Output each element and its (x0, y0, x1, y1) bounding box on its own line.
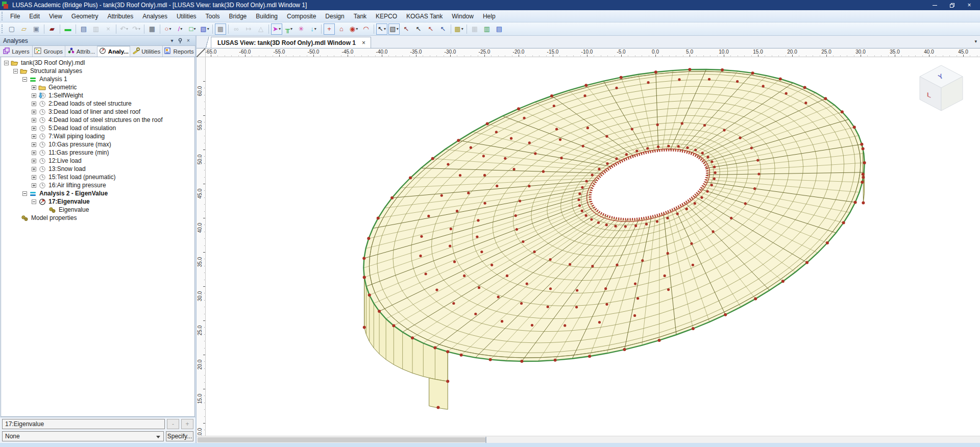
panel-pin-button[interactable] (176, 37, 184, 45)
volume-geometry-button[interactable]: ▧▾ (199, 23, 210, 35)
tree-item-5-dead-load-of-insulation[interactable]: 5:Dead load of insulation (1, 124, 194, 132)
supports-button[interactable]: ╥▾ (283, 23, 295, 35)
menu-item-design[interactable]: Design (321, 11, 349, 21)
tree-expander[interactable] (13, 69, 18, 73)
menu-item-building[interactable]: Building (251, 11, 282, 21)
select-box-button[interactable]: ▧▾ (388, 23, 400, 35)
scrollbar-thumb[interactable] (198, 437, 485, 442)
tree-expander[interactable] (32, 102, 36, 106)
paste-button[interactable]: ▥ (90, 23, 102, 35)
mesh-basket-button[interactable]: ▩▾ (453, 23, 464, 35)
select-mesh-button[interactable]: ↖ (413, 23, 424, 35)
tree-item-eigenvalue[interactable]: Eigenvalue (1, 206, 194, 214)
delete-button[interactable]: × (103, 23, 114, 35)
menu-item-composite[interactable]: Composite (282, 11, 321, 21)
orientation-cube[interactable]: YLFR (911, 61, 972, 117)
sweep-button[interactable]: ↦ (243, 23, 254, 35)
menu-item-window[interactable]: Window (447, 11, 478, 21)
menu-item-kogas-tank[interactable]: KOGAS Tank (402, 11, 447, 21)
tree-item-tank-3d-roof-only-mdl[interactable]: tank(3D Roof Only).mdl (1, 59, 194, 67)
import-model-button[interactable]: ▰ (46, 23, 58, 35)
fillet-button[interactable]: △ (255, 23, 266, 35)
tree-item-geometric[interactable]: Geometric (1, 83, 194, 91)
surface-geometry-button[interactable]: □▾ (187, 23, 198, 35)
select-add-button[interactable]: ↖ (437, 23, 449, 35)
home-view-button[interactable]: ⌂ (336, 23, 347, 35)
print-button[interactable]: ▦ (146, 23, 158, 35)
cycle-relative-button[interactable]: ∞ (231, 23, 242, 35)
tree-item-2-dead-loads-of-steel-structure[interactable]: 2:Dead loads of steel structure (1, 100, 194, 108)
tree-expander[interactable] (32, 175, 36, 180)
point-geometry-button[interactable]: ○▾ (162, 23, 174, 35)
undo-button[interactable]: ↶▾ (118, 23, 130, 35)
loading-button[interactable]: ✳ (296, 23, 307, 35)
tree-item-4-dead-load-of-steel-structures-on-the-roof[interactable]: 4:Dead load of steel structures on the r… (1, 116, 194, 124)
panel-tab-reports[interactable]: Reports (163, 46, 195, 57)
restore-button[interactable] (943, 0, 961, 10)
view-tab[interactable]: LUSAS View: tank(3D Roof Only).mdl Windo… (211, 37, 371, 48)
menu-item-kepco[interactable]: KEPCO (371, 11, 402, 21)
copy-button[interactable]: ▤ (78, 23, 89, 35)
tree-expander[interactable] (4, 61, 9, 65)
tree-item-12-live-load[interactable]: 12:Live load (1, 157, 194, 165)
report-wizard-button[interactable]: ▤ (494, 23, 505, 35)
grid-view-button[interactable]: ▦ (469, 23, 480, 35)
menu-item-tools[interactable]: Tools (201, 11, 225, 21)
line-geometry-button[interactable]: /▾ (175, 23, 186, 35)
select-cursor-button[interactable]: ↖▾ (376, 23, 387, 35)
select-geometry-button[interactable]: ↖ (401, 23, 412, 35)
menu-item-tank[interactable]: Tank (349, 11, 371, 21)
attribute-assign-button[interactable]: ➤▾ (271, 23, 282, 35)
tree-expander[interactable] (32, 151, 36, 155)
tree-expander[interactable] (32, 85, 36, 90)
panel-close-button[interactable]: × (184, 37, 192, 45)
select-loading-button[interactable]: ↖ (425, 23, 436, 35)
model-data-button[interactable]: ▬ (62, 23, 74, 35)
tree-item-analysis-1[interactable]: Analysis 1 (1, 75, 194, 83)
view-tab-close-icon[interactable]: × (362, 39, 365, 46)
panel-menu-button[interactable]: ▾ (168, 37, 176, 45)
panel-tab-analy[interactable]: Analy... (97, 46, 130, 57)
panel-tab-layers[interactable]: Layers (0, 46, 33, 57)
menu-item-attributes[interactable]: Attributes (103, 11, 138, 21)
tree-item-analysis-2-eigenvalue[interactable]: Analysis 2 - EigenValue (1, 189, 194, 197)
menubar-grip[interactable] (2, 12, 4, 20)
scrollbar-splitter[interactable] (485, 437, 486, 443)
specify-button[interactable]: Specify... (166, 431, 193, 441)
tree-expander[interactable] (32, 93, 36, 98)
toolbar-grip[interactable] (2, 24, 4, 34)
tree-item-15-test-load-pneumatic[interactable]: 15:Test load (pneumatic) (1, 173, 194, 181)
loadset-decrement-button[interactable]: - (167, 419, 179, 429)
menu-item-geometry[interactable]: Geometry (67, 11, 103, 21)
dynamic-view-button[interactable]: ◠ (360, 23, 372, 35)
new-file-button[interactable]: ▢ (6, 23, 17, 35)
redo-button[interactable]: ↷▾ (131, 23, 142, 35)
graph-wizard-button[interactable]: ▥ (481, 23, 493, 35)
tree-item-11-gas-pressure-min[interactable]: 11:Gas pressure (min) (1, 148, 194, 157)
results-component-dropdown[interactable]: None (2, 431, 164, 441)
active-loadset-field[interactable] (2, 419, 165, 429)
minimize-button[interactable] (926, 0, 943, 10)
tree-expander[interactable] (32, 126, 36, 131)
close-button[interactable]: × (961, 0, 978, 10)
panel-tab-groups[interactable]: Groups (33, 46, 65, 57)
tree-expander[interactable] (32, 134, 36, 139)
menu-item-bridge[interactable]: Bridge (225, 11, 252, 21)
horizontal-scrollbar[interactable] (197, 436, 980, 443)
model-canvas[interactable]: YLFR (206, 57, 980, 436)
open-file-button[interactable]: ▱ (18, 23, 30, 35)
menu-item-analyses[interactable]: Analyses (138, 11, 172, 21)
tree-item-7-wall-piping-loading[interactable]: 7:Wall piping loading (1, 132, 194, 140)
tree-expander[interactable] (22, 191, 27, 196)
move-button[interactable]: + (324, 23, 335, 35)
tree-expander[interactable] (32, 118, 36, 122)
menu-item-view[interactable]: View (44, 11, 67, 21)
menu-item-edit[interactable]: Edit (24, 11, 44, 21)
tree-expander[interactable] (32, 142, 36, 147)
tree-expander[interactable] (32, 110, 36, 114)
tree-item-10-gas-pressure-max[interactable]: 10:Gas pressure (max) (1, 140, 194, 148)
loadset-increment-button[interactable]: + (181, 419, 193, 429)
tree-item-model-properties[interactable]: Model properties (1, 214, 194, 222)
menu-item-utilities[interactable]: Utilities (172, 11, 201, 21)
menu-item-file[interactable]: File (6, 11, 24, 21)
